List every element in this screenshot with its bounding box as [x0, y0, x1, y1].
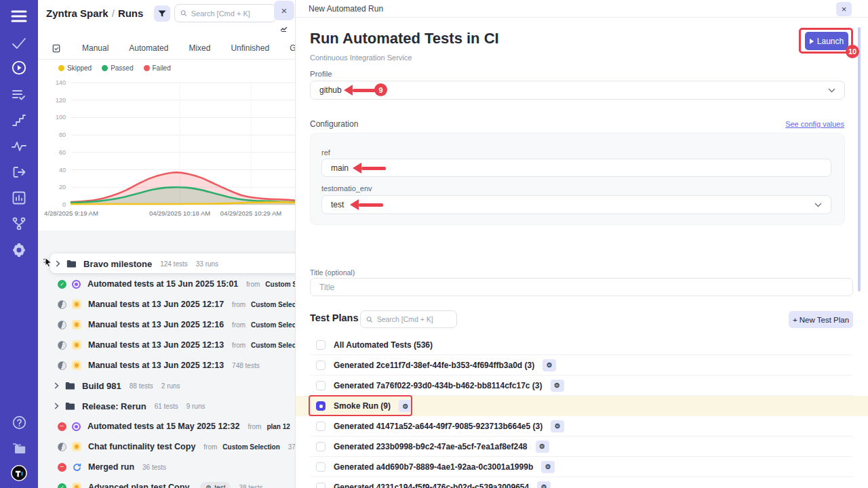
test-plans-search[interactable] — [360, 310, 457, 328]
breadcrumb-page: Runs — [118, 7, 144, 19]
drawer-close-button[interactable]: × — [836, 2, 852, 16]
see-config-values-link[interactable]: See config values — [785, 120, 844, 128]
chevron-right-icon[interactable] — [56, 261, 61, 266]
run-row[interactable]: ✓Automated tests at 15 Jun 2025 15:01fro… — [38, 274, 295, 294]
test-plan-label: Generated 7a76f022-93d0-434b-b462-bb8114… — [334, 381, 542, 390]
test-plan-checkbox[interactable] — [316, 483, 326, 488]
list-check-icon[interactable] — [11, 87, 27, 103]
test-plan-row[interactable]: Generated 41471a52-a644-49f7-9085-923713… — [310, 416, 853, 436]
test-plan-checkbox[interactable] — [316, 462, 326, 472]
chevron-down-icon — [828, 88, 835, 93]
test-plan-row[interactable]: Generated a4d690b7-8889-4ae1-92aa-0c3001… — [310, 457, 853, 477]
run-row[interactable]: −Merged run36 tests — [38, 457, 295, 477]
test-plan-checkbox[interactable] — [316, 442, 326, 451]
help-icon[interactable] — [11, 414, 27, 430]
panel-close-button[interactable]: × — [274, 1, 294, 20]
folder-row[interactable]: Bravo milestone124 tests33 runs — [50, 253, 295, 274]
runs-panel: Zyntra Spark/Runs × ManualAutomatedMixed… — [38, 0, 295, 488]
merged-run-icon — [72, 462, 81, 472]
test-plan-checkbox[interactable] — [316, 340, 326, 350]
branch-icon[interactable] — [11, 216, 27, 232]
test-plan-checkbox[interactable] — [316, 381, 326, 390]
gear-chip[interactable]: ⚙ — [542, 359, 556, 371]
runs-search[interactable] — [174, 4, 276, 22]
run-row[interactable]: ✓Advanced plan test Copy⚙test38 tests — [38, 477, 295, 488]
gear-chip[interactable]: ⚙ — [551, 380, 564, 392]
test-plan-row[interactable]: Smoke Run (9)⚙ — [296, 396, 868, 416]
filter-button[interactable] — [154, 5, 170, 22]
test-plan-label: Generated 4331c194-f5f9-476c-b02d-c539a3… — [334, 483, 529, 488]
run-row[interactable]: Manual tests at 13 Jun 2025 12:16fromCus… — [38, 314, 295, 335]
test-plan-row[interactable]: Generated 2ce11f7d-38ef-44fe-b353-4f694f… — [310, 355, 853, 375]
tab-mixed[interactable]: Mixed — [189, 43, 210, 53]
run-row[interactable]: −Automated tests at 15 May 2025 12:32fro… — [38, 416, 295, 436]
svg-text:100: 100 — [56, 114, 66, 121]
hamburger-icon[interactable] — [11, 8, 27, 24]
runs-search-input[interactable] — [191, 9, 270, 18]
folder-row[interactable]: Release: Rerun61 tests9 runs — [38, 396, 295, 416]
search-icon — [366, 316, 373, 323]
bar-chart-icon[interactable] — [11, 190, 27, 206]
gear-chip[interactable]: ⚙ — [541, 461, 555, 473]
ref-input-wrap — [321, 159, 831, 177]
steps-icon[interactable] — [11, 113, 27, 129]
svg-text:04/29/2025 10:29 AM: 04/29/2025 10:29 AM — [220, 209, 281, 217]
legend-dot — [58, 65, 64, 71]
runs-panel-header: Zyntra Spark/Runs × — [38, 0, 295, 30]
gear-icon[interactable] — [11, 242, 27, 258]
check-icon[interactable] — [11, 35, 27, 52]
runs-tabs: ManualAutomatedMixedUnfinishedGroups — [38, 37, 295, 60]
gear-chip[interactable]: ⚙ — [399, 400, 412, 412]
folders-icon[interactable] — [11, 440, 27, 456]
gear-chip[interactable]: ⚙ — [551, 420, 564, 432]
run-row[interactable]: Manual tests at 13 Jun 2025 12:13fromCus… — [38, 335, 295, 355]
area-chart: 0204060801001201404/28/2025 9:19 AM04/29… — [38, 75, 295, 224]
run-row[interactable]: Manual tests at 13 Jun 2025 12:13748 tes… — [38, 355, 295, 375]
hovered-folder-card[interactable]: Bravo milestone124 tests33 runs — [50, 253, 295, 273]
test-plan-row[interactable]: Generated 233b0998-b9c2-47ae-a5cf-7ea1af… — [310, 436, 853, 457]
breadcrumb-project[interactable]: Zyntra Spark — [46, 7, 108, 19]
tab-manual[interactable]: Manual — [82, 43, 108, 53]
ref-input[interactable] — [331, 163, 822, 173]
status-in-progress-icon — [58, 443, 66, 451]
avatar[interactable] — [11, 465, 27, 481]
profile-select[interactable]: github — [310, 81, 845, 100]
tab-unfinished[interactable]: Unfinished — [231, 43, 269, 53]
tab-automated[interactable]: Automated — [129, 43, 168, 53]
pulse-icon[interactable] — [11, 138, 27, 155]
new-test-plan-button[interactable]: + New Test Plan — [789, 311, 853, 328]
drawer-scrollbar[interactable] — [858, 27, 861, 291]
test-plan-row[interactable]: All Automated Tests (536) — [310, 335, 853, 355]
clipboard-check-icon[interactable] — [52, 43, 62, 54]
folder-row[interactable]: Build 98188 tests2 runs — [38, 375, 295, 396]
status-passed-icon: ✓ — [58, 280, 66, 289]
play-circle-icon[interactable] — [11, 60, 27, 76]
folder-meta: 2 runs — [161, 382, 180, 390]
chevron-right-icon[interactable] — [54, 383, 60, 388]
manual-run-icon — [72, 320, 81, 329]
sign-in-icon[interactable] — [11, 164, 27, 180]
folder-title: Build 981 — [82, 381, 121, 391]
run-from-value: plan 12 — [267, 423, 290, 430]
run-list: Bravo milestone124 tests33 runs✓Automate… — [38, 253, 295, 488]
run-row[interactable]: Chat functinality test CopyfromCustom Se… — [38, 436, 295, 457]
test-plan-row[interactable]: Generated 7a76f022-93d0-434b-b462-bb8114… — [310, 375, 853, 396]
env-chip[interactable]: ⚙test — [200, 482, 231, 488]
env-select[interactable]: test — [321, 195, 831, 214]
test-plan-checkbox[interactable] — [316, 422, 326, 431]
mouse-cursor-icon — [43, 257, 54, 271]
gear-chip[interactable]: ⚙ — [537, 481, 551, 488]
test-plan-checkbox[interactable] — [316, 361, 326, 370]
tab-groups[interactable]: Groups — [290, 43, 295, 53]
automated-run-icon — [72, 422, 81, 431]
chevron-right-icon[interactable] — [54, 403, 60, 409]
test-plan-checkbox[interactable] — [316, 401, 326, 411]
title-input[interactable] — [319, 283, 844, 292]
svg-text:4/28/2025 9:19 AM: 4/28/2025 9:19 AM — [44, 209, 98, 217]
launch-button[interactable]: Launch — [805, 32, 848, 50]
breadcrumb-separator: / — [108, 7, 118, 19]
run-row[interactable]: Manual tests at 13 Jun 2025 12:17fromCus… — [38, 294, 295, 314]
test-plans-search-input[interactable] — [377, 315, 451, 323]
test-plan-row[interactable]: Generated 4331c194-f5f9-476c-b02d-c539a3… — [310, 477, 853, 488]
gear-chip[interactable]: ⚙ — [536, 441, 549, 453]
